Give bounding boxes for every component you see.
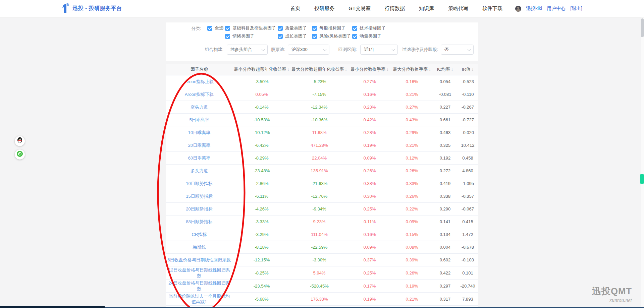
checkbox-risk-style-factors[interactable]: 风险/风格类因子	[312, 34, 351, 39]
sort-down-icon[interactable]: ↓	[287, 67, 289, 72]
checkbox-select-all[interactable]: 全选	[207, 25, 223, 31]
factor-name-link[interactable]: 10日乖离率	[166, 129, 233, 136]
column-header-3[interactable]: 最大分位数超额年化收益率↓	[290, 66, 348, 72]
factor-name-link[interactable]: 当前股价除以过去一个月股价均值再减1	[166, 293, 233, 305]
sort-down-icon[interactable]: ↓	[386, 67, 389, 72]
factor-name-link[interactable]: 24日收盘价格与日期线性回归系数	[166, 280, 233, 292]
table-cell: -0.678	[458, 244, 478, 250]
factor-name-link[interactable]: 20日顺势指标	[166, 205, 233, 212]
factor-name-link[interactable]: Aroon指标下轨	[166, 91, 233, 98]
factor-name-link[interactable]: 5日乖离率	[166, 116, 233, 123]
table-cell: 0.11%	[348, 219, 391, 225]
column-header-1: 因子名称	[166, 66, 233, 72]
nav-item-3[interactable]: GT交易室	[348, 5, 371, 12]
logout-link[interactable]: [退出]	[570, 6, 582, 12]
factor-name-link[interactable]: Aroon指标上轨	[166, 78, 233, 85]
username-link[interactable]: 迅投kiki	[526, 6, 542, 12]
table-cell: 0.297	[433, 283, 458, 289]
checkbox-quality-factors[interactable]: 质量类因子	[278, 25, 307, 31]
table-cell: 111.04%	[290, 231, 348, 238]
filter-limit-stop-select[interactable]: 否	[441, 45, 474, 55]
table-cell: -10.12%	[233, 129, 290, 136]
checkbox-basic-derivative-factors[interactable]: 基础科目及衍生类因子	[225, 25, 276, 31]
wechat-contact-button[interactable]	[15, 149, 25, 160]
category-label: 分类:	[179, 25, 201, 32]
stock-pool-select[interactable]: 沪深300	[288, 45, 329, 55]
table-cell: 0.21%	[391, 91, 433, 98]
factor-name-link[interactable]: 60日乖离率	[166, 155, 233, 162]
table-cell: 0.26%	[391, 193, 433, 199]
table-cell: 7.893	[458, 296, 478, 302]
column-header-7[interactable]: IR值↓	[458, 66, 478, 72]
scrollbar-thumb[interactable]	[641, 18, 644, 37]
factor-name-link[interactable]: 6日收盘价格与日期线性回归系数	[166, 256, 233, 263]
factor-name-link[interactable]: CR指标	[166, 231, 233, 238]
table-cell: 0.134	[433, 231, 458, 238]
table-cell: 0.25%	[348, 206, 391, 212]
factor-name-link[interactable]: 88日顺势指标	[166, 218, 233, 225]
user-avatar[interactable]	[515, 6, 521, 12]
nav-menu: 首页投研服务GT交易室行情数据知识库策略代写软件下载	[290, 5, 502, 12]
sort-down-icon[interactable]: ↓	[429, 67, 431, 72]
factor-name-link[interactable]: 空头力道	[166, 104, 233, 111]
checkbox-label: 风险/风格类因子	[319, 33, 351, 39]
table-cell: -0.020	[458, 129, 478, 136]
bottom-left-strip	[0, 306, 105, 308]
checkbox-sentiment-factors[interactable]: 情绪类因子	[225, 34, 254, 39]
brand[interactable]: 迅投 - 投研服务平台	[60, 3, 122, 15]
nav-item-2[interactable]: 投研服务	[314, 5, 334, 12]
sort-down-icon[interactable]: ↓	[472, 67, 474, 72]
table-cell: 9.23%	[290, 219, 348, 225]
user-center-link[interactable]: 用户中心	[547, 6, 566, 12]
factor-name-link[interactable]: 梅斯线	[166, 244, 233, 251]
checkbox-growth-factors[interactable]: 成长类因子	[278, 34, 307, 39]
checkbox-checked-icon	[278, 34, 283, 39]
watermark: 迅投QMT xuntou.net	[592, 285, 632, 303]
scrollbar-track[interactable]	[641, 17, 644, 308]
filter-panel: 分类: 全选 基础科目及衍生类因子 质量类因子 每股指标因子 技术指标因子 情绪…	[166, 22, 478, 61]
nav-item-5[interactable]: 知识库	[419, 5, 434, 12]
checkbox-technical-factors[interactable]: 技术指标因子	[352, 25, 386, 31]
table-cell: 22.04%	[290, 155, 348, 161]
backtest-period-select[interactable]: 近1年	[360, 45, 398, 55]
backtest-period-label: 回测区间:	[333, 45, 357, 55]
table-cell: -23.48%	[233, 168, 290, 174]
table-cell: 0.25%	[348, 270, 391, 276]
checkbox-momentum-factors[interactable]: 动量类因子	[352, 34, 381, 39]
column-header-6[interactable]: IC均率↓	[433, 66, 458, 72]
column-header-5[interactable]: 最大分位数换手率↓	[391, 66, 433, 72]
checkbox-checked-icon	[225, 26, 230, 31]
table-cell: -10.36%	[290, 117, 348, 123]
qq-contact-button[interactable]	[15, 136, 25, 146]
table-row: 5日乖离率-10.53%-10.36%0.42%0.43%0.661-0.727	[166, 114, 478, 126]
sort-down-icon[interactable]: ↓	[345, 67, 347, 72]
checkbox-label: 每股指标因子	[319, 25, 345, 31]
table-cell: 1.472	[458, 231, 478, 238]
column-header-label: 最小分位数换手率	[351, 67, 385, 72]
checkbox-label: 质量类因子	[285, 25, 307, 31]
column-header-2[interactable]: 最小分位数超额年化收益率↓	[233, 66, 290, 72]
checkbox-pershare-factors[interactable]: 每股指标因子	[312, 25, 345, 31]
checkbox-checked-icon	[225, 34, 230, 39]
table-cell: 0.419	[433, 180, 458, 187]
factor-name-link[interactable]: 多头力道	[166, 167, 233, 174]
table-cell: 0.004	[433, 244, 458, 250]
nav-item-1[interactable]: 首页	[290, 5, 300, 12]
factor-name-link[interactable]: 20日乖离率	[166, 142, 233, 149]
factor-name-link[interactable]: 12日收盘价格与日期线性回归系数	[166, 266, 233, 279]
table-cell: -22.59%	[290, 244, 348, 250]
nav-item-4[interactable]: 行情数据	[385, 5, 405, 12]
table-cell: 0.12%	[391, 155, 433, 161]
table-cell: 0.09%	[348, 244, 391, 250]
nav-item-6[interactable]: 策略代写	[448, 5, 468, 12]
factor-name-link[interactable]: 10日顺势指标	[166, 180, 233, 187]
table-cell: 0.19%	[348, 296, 391, 302]
checkbox-checked-icon	[352, 34, 357, 39]
sort-down-icon[interactable]: ↓	[451, 67, 453, 72]
table-cell: -20.740	[458, 283, 478, 289]
nav-item-7[interactable]: 软件下载	[482, 5, 502, 12]
factor-name-link[interactable]: 15日顺势指标	[166, 193, 233, 200]
portfolio-build-select[interactable]: 纯多头组合	[227, 45, 268, 55]
column-header-4[interactable]: 最小分位数换手率↓	[348, 66, 391, 72]
table-cell: -8.29%	[233, 155, 290, 161]
